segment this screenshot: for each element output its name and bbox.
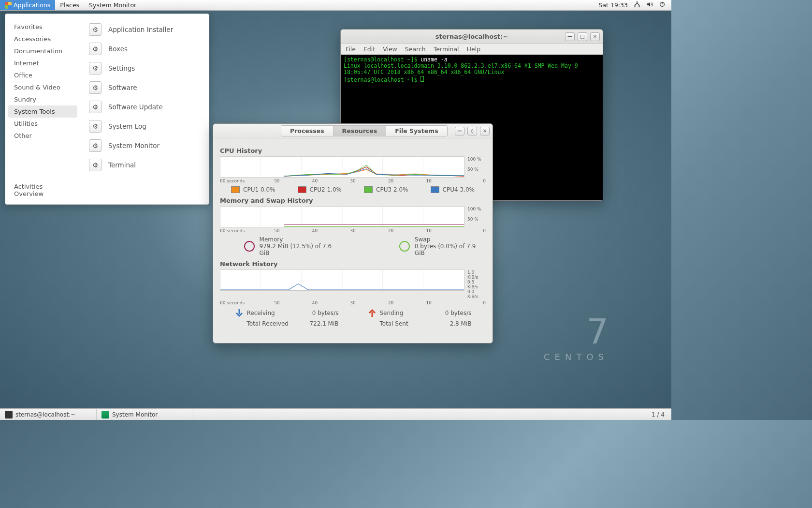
applications-menu-button[interactable]: Applications xyxy=(0,0,55,10)
app-software[interactable]: ⚙Software xyxy=(84,78,205,97)
memory-gauge-icon xyxy=(244,241,255,252)
current-app-indicator[interactable]: System Monitor xyxy=(84,0,141,10)
terminal-menu-terminal[interactable]: Terminal xyxy=(434,45,459,53)
cpu-chart xyxy=(220,156,464,178)
minimize-button[interactable]: — xyxy=(565,32,575,41)
maximize-button[interactable]: ◊ xyxy=(467,127,477,135)
system-monitor-titlebar[interactable]: ProcessesResourcesFile Systems — ◊ ✕ xyxy=(213,124,493,138)
distro-icon xyxy=(5,2,12,9)
bottom-taskbar: sternas@localhost:~ System Monitor 1 / 4 xyxy=(0,408,671,420)
cpu-legend-cpu2: CPU2 1.0% xyxy=(298,186,342,193)
terminal-title: sternas@localhost:~ xyxy=(435,33,508,40)
desktop-brand: 7 CENTOS xyxy=(544,311,609,362)
app-icon: ⚙ xyxy=(89,81,102,94)
applications-label: Applications xyxy=(14,1,50,9)
net-x-labels: 60 seconds50403020100 xyxy=(220,300,486,305)
minimize-button[interactable]: — xyxy=(455,127,464,135)
category-internet[interactable]: Internet xyxy=(5,57,80,69)
net-chart xyxy=(220,269,464,291)
app-system-log[interactable]: ⚙System Log xyxy=(84,117,205,136)
app-icon: ⚙ xyxy=(89,159,102,171)
cpu-legend-cpu1: CPU1 0.0% xyxy=(231,186,275,193)
category-office[interactable]: Office xyxy=(5,69,80,81)
maximize-button[interactable]: □ xyxy=(578,32,587,41)
terminal-titlebar[interactable]: sternas@localhost:~ — □ ✕ xyxy=(341,30,603,44)
swap-label: Swap xyxy=(415,236,486,243)
activities-overview[interactable]: Activities Overview xyxy=(5,176,80,204)
swatch-icon xyxy=(298,186,306,193)
svg-rect-4 xyxy=(662,2,662,4)
system-monitor-icon xyxy=(102,411,109,418)
app-boxes[interactable]: ⚙Boxes xyxy=(84,39,205,59)
swap-gauge: Swap 0 bytes (0.0%) of 7.9 GiB xyxy=(399,236,486,256)
cpu-y-labels: 100 %50 % xyxy=(467,156,486,178)
net-receiving: Receiving 0 bytes/s Total Received 722.1… xyxy=(234,308,339,327)
memory-gauge: Memory 979.2 MiB (12.5%) of 7.6 GiB xyxy=(244,236,341,256)
cpu-legend-cpu4: CPU4 3.0% xyxy=(431,186,475,193)
arrow-up-icon xyxy=(367,308,377,318)
terminal-menu-search[interactable]: Search xyxy=(405,45,426,53)
app-software-update[interactable]: ⚙Software Update xyxy=(84,97,205,117)
taskbar-item-sysmon[interactable]: System Monitor xyxy=(97,409,193,420)
app-settings[interactable]: ⚙Settings xyxy=(84,59,205,78)
network-icon[interactable] xyxy=(634,1,640,9)
mem-title: Memory and Swap History xyxy=(220,197,486,204)
app-icon: ⚙ xyxy=(89,139,102,152)
close-button[interactable]: ✕ xyxy=(590,32,600,41)
mem-x-labels: 60 seconds50403020100 xyxy=(220,228,486,233)
category-sundry[interactable]: Sundry xyxy=(5,93,80,105)
system-monitor-window: ProcessesResourcesFile Systems — ◊ ✕ CPU… xyxy=(213,123,493,344)
cpu-legend-cpu3: CPU3 2.0% xyxy=(364,186,408,193)
cursor-icon xyxy=(420,76,424,82)
taskbar-item-terminal[interactable]: sternas@localhost:~ xyxy=(0,409,97,420)
terminal-menu-view[interactable]: View xyxy=(383,45,397,53)
app-icon: ⚙ xyxy=(89,43,102,55)
category-other[interactable]: Other xyxy=(5,130,80,142)
app-icon: ⚙ xyxy=(89,62,102,75)
category-utilities[interactable]: Utilities xyxy=(5,118,80,130)
swatch-icon xyxy=(431,186,439,193)
tab-processes[interactable]: Processes xyxy=(281,126,334,136)
clock-label[interactable]: Sat 19:33 xyxy=(599,1,628,9)
memory-detail: 979.2 MiB (12.5%) of 7.6 GiB xyxy=(260,243,342,256)
tab-file-systems[interactable]: File Systems xyxy=(386,126,447,136)
category-favorites[interactable]: Favorites xyxy=(5,21,80,33)
swatch-icon xyxy=(364,186,373,193)
places-menu-button[interactable]: Places xyxy=(55,0,84,10)
mem-chart xyxy=(220,206,464,227)
cpu-x-labels: 60 seconds50403020100 xyxy=(220,179,486,183)
app-system-monitor[interactable]: ⚙System Monitor xyxy=(84,136,205,155)
terminal-menubar: FileEditViewSearchTerminalHelp xyxy=(341,44,603,55)
swatch-icon xyxy=(231,186,240,193)
cpu-title: CPU History xyxy=(220,147,486,154)
app-icon: ⚙ xyxy=(89,101,102,113)
top-panel: Applications Places System Monitor Sat 1… xyxy=(0,0,671,11)
terminal-menu-file[interactable]: File xyxy=(346,45,356,53)
close-button[interactable]: ✕ xyxy=(480,127,490,135)
brand-version: 7 xyxy=(544,311,609,352)
arrow-down-icon xyxy=(234,308,244,318)
volume-icon[interactable] xyxy=(646,1,653,9)
app-icon: ⚙ xyxy=(89,120,102,133)
app-application-installer[interactable]: ⚙Application Installer xyxy=(84,20,205,39)
memory-label: Memory xyxy=(260,236,342,243)
system-tray: Sat 19:33 xyxy=(599,1,672,9)
app-terminal[interactable]: ⚙Terminal xyxy=(84,155,205,175)
tab-resources[interactable]: Resources xyxy=(334,126,387,136)
net-y-labels: 1.0 KiB/s0.5 KiB/s0.0 KiB/s xyxy=(467,269,486,299)
cpu-legend: CPU1 0.0%CPU2 1.0%CPU3 2.0%CPU4 3.0% xyxy=(220,186,486,193)
category-documentation[interactable]: Documentation xyxy=(5,45,80,57)
terminal-menu-help[interactable]: Help xyxy=(467,45,481,53)
swap-detail: 0 bytes (0.0%) of 7.9 GiB xyxy=(415,243,486,256)
applications-menu: FavoritesAccessoriesDocumentationInterne… xyxy=(5,14,209,205)
category-system-tools[interactable]: System Tools xyxy=(8,105,77,118)
category-sound-video[interactable]: Sound & Video xyxy=(5,81,80,93)
mem-y-labels: 100 %50 % xyxy=(467,206,486,227)
terminal-menu-edit[interactable]: Edit xyxy=(363,45,375,53)
swap-gauge-icon xyxy=(399,241,410,252)
category-accessories[interactable]: Accessories xyxy=(5,33,80,45)
workspace-indicator[interactable]: 1 / 4 xyxy=(645,411,671,418)
power-icon[interactable] xyxy=(659,1,666,9)
applications-items: ⚙Application Installer⚙Boxes⚙Settings⚙So… xyxy=(80,14,209,204)
net-sending: Sending 0 bytes/s Total Sent 2.8 MiB xyxy=(367,308,472,327)
